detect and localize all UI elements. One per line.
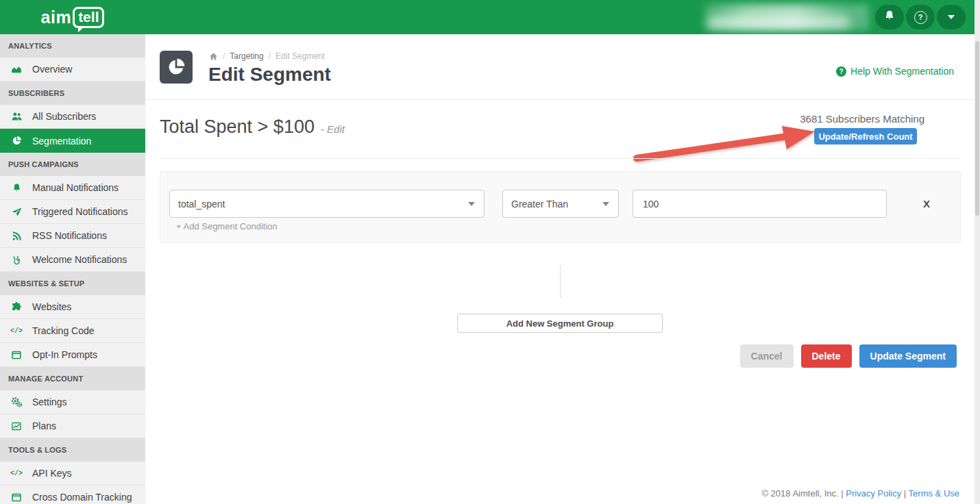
add-new-segment-group-button[interactable]: Add New Segment Group <box>457 314 663 333</box>
condition-field-select[interactable]: total_spent <box>169 190 485 218</box>
terms-link[interactable]: Terms & Use <box>909 488 959 499</box>
code-icon: </> <box>9 470 24 477</box>
condition-operator-select[interactable]: Greater Than <box>502 190 619 218</box>
sidebar-section-analytics: ANALYTICS <box>0 34 145 58</box>
condition-value-input[interactable] <box>641 198 878 210</box>
sidebar-item-settings[interactable]: Settings <box>0 390 145 414</box>
sidebar-item-label: Tracking Code <box>32 325 95 336</box>
dropdown-caret-icon <box>468 202 475 206</box>
pie-chart-icon <box>9 136 24 146</box>
topbar-redacted-account-2 <box>709 16 849 29</box>
sidebar-item-label: Triggered Notifications <box>32 206 128 217</box>
account-menu-button[interactable] <box>937 5 966 29</box>
breadcrumb: / Targeting / Edit Segment <box>209 51 325 61</box>
dropdown-caret-icon <box>602 202 609 206</box>
sidebar-item-opt-in-prompts[interactable]: Opt-In Prompts <box>0 343 145 367</box>
update-segment-button[interactable]: Update Segment <box>859 344 957 368</box>
sidebar-item-label: Cross Domain Tracking <box>32 492 132 503</box>
sidebar-item-triggered-notifications[interactable]: Triggered Notifications <box>0 200 145 224</box>
sidebar-item-all-subscribers[interactable]: All Subscribers <box>0 105 145 129</box>
logo-text-aim: aim <box>41 8 72 27</box>
sidebar-section-tools-logs: TOOLS & LOGS <box>0 438 145 462</box>
aimtell-logo[interactable]: aim tell <box>0 0 145 34</box>
help-with-segmentation-link[interactable]: ? Help With Segmentation <box>836 66 954 77</box>
condition-field-value: total_spent <box>178 199 225 210</box>
sidebar-item-tracking-code[interactable]: </>Tracking Code <box>0 319 145 343</box>
annotation-arrow <box>627 125 827 168</box>
logo-text-tell: tell <box>73 7 104 28</box>
breadcrumb-separator: / <box>269 51 271 61</box>
users-icon <box>9 111 24 122</box>
caret-down-icon <box>948 15 955 19</box>
footer-separator: | <box>904 488 906 499</box>
sidebar-item-overview[interactable]: Overview <box>0 58 145 81</box>
sidebar-item-label: Overview <box>32 64 72 75</box>
sidebar-section-subscribers: SUBSCRIBERS <box>0 81 145 105</box>
privacy-policy-link[interactable]: Privacy Policy <box>846 488 901 499</box>
breadcrumb-current: Edit Segment <box>275 51 325 61</box>
footer-copyright: © 2018 Aimtell, Inc. <box>761 488 838 499</box>
sidebar-item-label: Settings <box>32 396 67 407</box>
page-scrollbar[interactable] <box>975 0 980 504</box>
paper-plane-icon <box>9 207 24 217</box>
sidebar-item-rss-notifications[interactable]: RSS Notifications <box>0 224 145 248</box>
sidebar-item-label: API Keys <box>32 468 72 479</box>
breadcrumb-targeting[interactable]: Targeting <box>230 51 263 61</box>
sidebar-item-label: Plans <box>32 420 56 431</box>
sidebar-item-cross-domain-tracking[interactable]: Cross Domain Tracking <box>0 486 145 504</box>
segment-edit-link[interactable]: - Edit <box>321 123 345 135</box>
sidebar-item-label: Opt-In Prompts <box>32 349 97 360</box>
line-chart-icon <box>9 421 24 431</box>
footer-separator: | <box>841 488 843 499</box>
segment-name: Total Spent > $100 <box>160 116 315 138</box>
help-button[interactable]: ? <box>906 5 935 29</box>
question-circle-icon: ? <box>836 66 846 77</box>
code-icon: </> <box>9 327 24 335</box>
add-segment-condition-link[interactable]: + Add Segment Condition <box>176 221 278 231</box>
sidebar-item-segmentation[interactable]: Segmentation <box>0 129 145 153</box>
sidebar-item-plans[interactable]: Plans <box>0 414 145 438</box>
scrollbar-thumb[interactable] <box>975 41 979 216</box>
group-connector-line <box>560 266 561 297</box>
condition-operator-value: Greater Than <box>511 199 568 210</box>
sidebar-section-websites-setup: WEBSITES & SETUP <box>0 272 145 295</box>
bell-icon <box>883 10 896 25</box>
update-refresh-count-button[interactable]: Update/Refresh Count <box>814 128 917 144</box>
sidebar-item-manual-notifications[interactable]: Manual Notifications <box>0 176 145 200</box>
sidebar-item-label: Websites <box>32 301 71 312</box>
sidebar-item-label: All Subscribers <box>32 111 96 122</box>
sidebar-item-label: RSS Notifications <box>32 230 107 241</box>
window-icon <box>9 492 24 503</box>
hand-peace-icon <box>9 255 24 265</box>
sidebar-section-manage-account: MANAGE ACCOUNT <box>0 367 145 390</box>
bell-icon <box>9 183 24 193</box>
question-icon: ? <box>914 11 927 24</box>
sidebar: ANALYTICSOverviewSUBSCRIBERSAll Subscrib… <box>0 34 145 504</box>
window-icon <box>9 350 24 360</box>
rss-icon <box>9 231 24 241</box>
sidebar-section-push-campaigns: PUSH CAMPAIGNS <box>0 153 145 176</box>
main-content: / Targeting / Edit Segment Edit Segment … <box>145 34 975 504</box>
sidebar-item-label: Welcome Notifications <box>32 254 127 265</box>
notifications-button[interactable] <box>875 5 904 29</box>
subscribers-matching-count: 3681 Subscribers Matching <box>800 113 924 125</box>
home-icon[interactable] <box>209 52 218 61</box>
remove-condition-button[interactable]: X <box>923 198 930 210</box>
page-header: / Targeting / Edit Segment Edit Segment … <box>145 34 975 100</box>
topbar: aim tell ? <box>0 0 975 34</box>
segment-title-row: Total Spent > $100 - Edit <box>160 116 345 138</box>
chart-area-icon <box>9 64 24 75</box>
footer: © 2018 Aimtell, Inc. | Privacy Policy | … <box>761 488 959 499</box>
breadcrumb-separator: / <box>223 51 225 61</box>
sidebar-item-welcome-notifications[interactable]: Welcome Notifications <box>0 248 145 272</box>
delete-button[interactable]: Delete <box>801 344 852 368</box>
cancel-button[interactable]: Cancel <box>740 344 794 368</box>
sidebar-item-websites[interactable]: Websites <box>0 295 145 319</box>
puzzle-icon <box>9 301 24 312</box>
section-divider <box>160 158 961 159</box>
gears-icon <box>9 396 24 407</box>
sidebar-item-label: Manual Notifications <box>32 182 119 193</box>
sidebar-item-api-keys[interactable]: </>API Keys <box>0 462 145 486</box>
action-buttons: Cancel Delete Update Segment <box>740 344 957 368</box>
help-link-label: Help With Segmentation <box>850 66 954 77</box>
